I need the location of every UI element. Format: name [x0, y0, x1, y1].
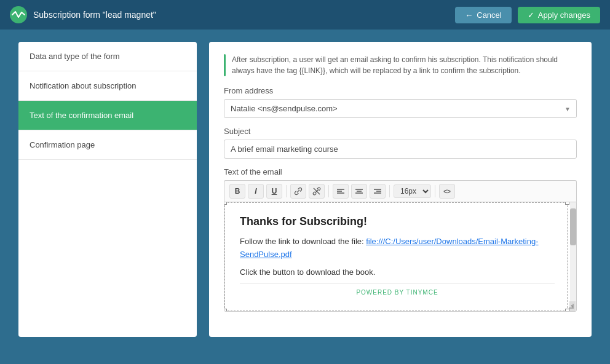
- separator-2: [328, 185, 329, 197]
- page-title: Subscription form "lead magnet": [33, 10, 156, 20]
- info-text: After subscription, a user will get an e…: [232, 54, 577, 76]
- cancel-arrow-icon: ←: [465, 10, 473, 20]
- from-address-label: From address: [224, 86, 577, 95]
- bold-button[interactable]: B: [229, 184, 245, 199]
- email-text-group: Text of the email B I U: [224, 167, 577, 312]
- editor-scrollbar[interactable]: ▼: [570, 202, 576, 311]
- from-address-group: From address Natalie <ns@sendpulse.com> …: [224, 86, 577, 118]
- subject-group: Subject: [224, 127, 577, 159]
- info-accent: [224, 54, 226, 76]
- unlink-icon: [312, 187, 321, 196]
- main-content: Data and type of the form Notification a…: [0, 30, 610, 364]
- align-center-button[interactable]: [351, 184, 367, 199]
- sidebar: Data and type of the form Notification a…: [18, 42, 197, 337]
- editor-content[interactable]: Thanks for Subscribing! Follow the link …: [224, 202, 568, 311]
- sidebar-item-label: Confirmation page: [30, 140, 95, 149]
- svg-line-1: [314, 188, 320, 194]
- sidebar-item-label: Data and type of the form: [30, 52, 120, 61]
- subject-input[interactable]: [224, 140, 577, 159]
- font-size-select[interactable]: 16px: [394, 184, 431, 198]
- align-right-button[interactable]: [370, 184, 386, 199]
- sidebar-item-label: Notification about subscription: [30, 81, 136, 90]
- editor-toolbar: B I U: [224, 180, 577, 202]
- sidebar-item-confirmation-email[interactable]: Text of the confirmation email: [18, 101, 197, 130]
- separator-3: [389, 185, 390, 197]
- resize-corner-tr: [565, 202, 569, 205]
- editor-area[interactable]: Thanks for Subscribing! Follow the link …: [224, 202, 577, 312]
- code-button[interactable]: <>: [439, 184, 455, 199]
- sidebar-item-label: Text of the confirmation email: [30, 111, 133, 120]
- align-center-icon: [355, 188, 363, 194]
- topbar-left: Subscription form "lead magnet": [10, 6, 156, 23]
- link-button[interactable]: [290, 184, 306, 199]
- sidebar-item-confirmation-page[interactable]: Confirmation page: [18, 130, 197, 160]
- topbar: Subscription form "lead magnet" ← Cancel…: [0, 0, 610, 30]
- from-address-select-wrapper: Natalie <ns@sendpulse.com> ▼: [224, 99, 577, 118]
- sidebar-item-notification[interactable]: Notification about subscription: [18, 71, 197, 101]
- italic-button[interactable]: I: [248, 184, 264, 199]
- align-left-button[interactable]: [333, 184, 349, 199]
- editor-heading[interactable]: Thanks for Subscribing!: [240, 215, 555, 228]
- from-address-select[interactable]: Natalie <ns@sendpulse.com>: [224, 99, 577, 118]
- separator-1: [286, 185, 287, 197]
- resize-corner-bl: [224, 309, 227, 312]
- align-left-icon: [337, 188, 344, 194]
- unlink-button[interactable]: [309, 184, 325, 199]
- subject-label: Subject: [224, 127, 577, 136]
- align-right-icon: [374, 188, 381, 194]
- powered-by-label: POWERED BY TINYMCE: [240, 283, 555, 298]
- topbar-actions: ← Cancel ✓ Apply changes: [455, 7, 600, 23]
- cancel-button[interactable]: ← Cancel: [455, 7, 511, 23]
- underline-button[interactable]: U: [266, 184, 282, 199]
- scrollbar-thumb: [570, 208, 576, 245]
- editor-body-line1[interactable]: Follow the link to download the file: fi…: [240, 235, 555, 261]
- resize-handle[interactable]: [569, 304, 575, 310]
- apply-changes-button[interactable]: ✓ Apply changes: [518, 7, 600, 23]
- main-panel: After subscription, a user will get an e…: [209, 42, 592, 337]
- info-bar: After subscription, a user will get an e…: [224, 54, 577, 76]
- separator-4: [435, 185, 435, 197]
- sidebar-item-data-type[interactable]: Data and type of the form: [18, 42, 197, 71]
- logo-icon: [10, 6, 27, 23]
- check-icon: ✓: [528, 10, 534, 20]
- resize-corner-tl: [224, 202, 227, 205]
- cancel-label: Cancel: [477, 10, 501, 20]
- editor-body-line2[interactable]: Click the button to download the book.: [240, 266, 555, 279]
- link-icon: [294, 187, 303, 196]
- apply-label: Apply changes: [538, 10, 590, 20]
- email-text-label: Text of the email: [224, 167, 577, 176]
